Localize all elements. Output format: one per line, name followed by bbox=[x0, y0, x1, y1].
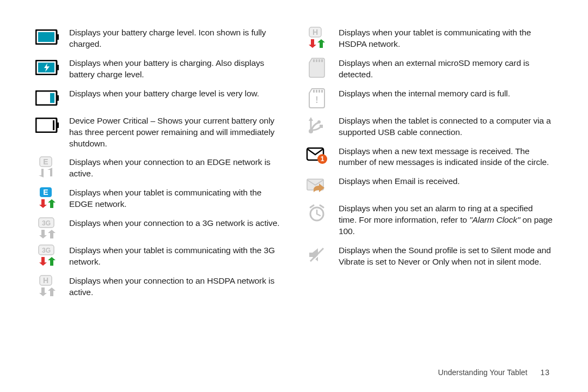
desc-text: Displays when your tablet is communicati… bbox=[69, 187, 283, 210]
svg-rect-24 bbox=[313, 59, 315, 62]
desc-text: Displays when the tablet is connected to… bbox=[339, 115, 553, 138]
row-hsdpa-active: H Displays when your tablet is communica… bbox=[305, 27, 553, 50]
row-hsdpa-idle: H Displays when your connection to an HS… bbox=[35, 275, 283, 298]
usb-icon bbox=[305, 115, 329, 135]
row-silent: Displays when the Sound profile is set t… bbox=[305, 245, 553, 268]
alarm-icon bbox=[305, 203, 329, 223]
row-3g-idle: 3G Displays when your connection to a 3G… bbox=[35, 218, 283, 237]
silent-icon bbox=[305, 245, 329, 265]
two-column-layout: Displays your battery charge level. Icon… bbox=[35, 27, 553, 306]
sms-icon: 1 bbox=[305, 146, 329, 166]
row-sms: 1 Displays when a new text message is re… bbox=[305, 146, 553, 169]
svg-rect-26 bbox=[318, 59, 320, 62]
svg-rect-25 bbox=[316, 59, 317, 62]
desc-text: Displays when Email is received. bbox=[339, 176, 553, 187]
svg-point-34 bbox=[317, 120, 321, 124]
desc-text: Displays when the internal memory card i… bbox=[339, 88, 553, 100]
svg-rect-8 bbox=[50, 93, 54, 103]
svg-rect-10 bbox=[57, 122, 59, 128]
svg-rect-30 bbox=[318, 90, 320, 93]
row-edge-active: E Displays when your tablet is communica… bbox=[35, 187, 283, 210]
svg-text:H: H bbox=[43, 276, 48, 285]
desc-text: Displays when a new text message is rece… bbox=[339, 146, 553, 169]
desc-text: Displays when your tablet is communicati… bbox=[339, 27, 553, 50]
right-column: H Displays when your tablet is communica… bbox=[305, 27, 553, 306]
desc-text: Displays when your tablet is communicati… bbox=[69, 245, 283, 268]
page-footer: Understanding Your Tablet 13 bbox=[438, 368, 550, 377]
footer-page-number: 13 bbox=[540, 368, 550, 377]
svg-text:3G: 3G bbox=[42, 247, 51, 254]
left-column: Displays your battery charge level. Icon… bbox=[35, 27, 283, 306]
row-battery-charging: Displays when your battery is charging. … bbox=[35, 58, 283, 81]
edge-idle-icon: E bbox=[35, 157, 59, 176]
hsdpa-idle-icon: H bbox=[35, 275, 59, 295]
battery-low-icon bbox=[35, 88, 59, 108]
svg-text:H: H bbox=[313, 28, 318, 36]
svg-text:1: 1 bbox=[321, 155, 324, 163]
edge-active-icon: E bbox=[35, 187, 59, 207]
row-usb: Displays when the tablet is connected to… bbox=[305, 115, 553, 138]
svg-text:!: ! bbox=[315, 95, 318, 105]
desc-text: Displays when the Sound profile is set t… bbox=[339, 245, 553, 268]
svg-rect-11 bbox=[53, 120, 54, 130]
svg-text:E: E bbox=[43, 188, 48, 197]
desc-text: Displays when you set an alarm to ring a… bbox=[339, 203, 553, 237]
battery-critical-icon bbox=[35, 115, 59, 135]
row-edge-idle: E Displays when your connection to an ED… bbox=[35, 157, 283, 180]
alarm-text-ref: "Alarm Clock" bbox=[469, 215, 522, 224]
row-3g-active: 3G Displays when your tablet is communic… bbox=[35, 245, 283, 268]
svg-rect-28 bbox=[313, 90, 315, 93]
row-alarm: Displays when you set an alarm to ring a… bbox=[305, 203, 553, 237]
svg-rect-4 bbox=[57, 65, 59, 70]
svg-rect-27 bbox=[321, 59, 323, 62]
battery-full-icon bbox=[35, 27, 59, 47]
svg-rect-31 bbox=[321, 90, 323, 93]
battery-charging-icon bbox=[35, 58, 59, 77]
svg-rect-1 bbox=[57, 34, 59, 40]
footer-section: Understanding Your Tablet bbox=[438, 368, 528, 377]
row-battery-low: Displays when your battery charge level … bbox=[35, 88, 283, 108]
email-icon bbox=[305, 176, 329, 195]
row-email: Displays when Email is received. bbox=[305, 176, 553, 195]
threeg-active-icon: 3G bbox=[35, 245, 59, 265]
svg-rect-35 bbox=[320, 125, 323, 128]
row-sd-detected: Displays when an external microSD memory… bbox=[305, 58, 553, 81]
svg-rect-29 bbox=[316, 90, 317, 93]
svg-rect-2 bbox=[38, 32, 54, 42]
desc-text: Displays when your connection to a 3G ne… bbox=[69, 218, 283, 229]
row-battery-full: Displays your battery charge level. Icon… bbox=[35, 27, 283, 50]
svg-text:3G: 3G bbox=[42, 219, 51, 227]
sd-full-icon: ! bbox=[305, 88, 329, 108]
desc-text: Displays when an external microSD memory… bbox=[339, 58, 553, 81]
hsdpa-active-icon: H bbox=[305, 27, 329, 47]
manual-page: Displays your battery charge level. Icon… bbox=[0, 0, 588, 392]
desc-text: Displays your battery charge level. Icon… bbox=[69, 27, 283, 50]
desc-text: Displays when your battery is charging. … bbox=[69, 58, 283, 81]
desc-text: Displays when your connection to an EDGE… bbox=[69, 157, 283, 180]
desc-text: Device Power Critical – Shows your curre… bbox=[69, 115, 283, 150]
threeg-idle-icon: 3G bbox=[35, 218, 59, 237]
svg-text:E: E bbox=[43, 157, 48, 166]
row-battery-critical: Device Power Critical – Shows your curre… bbox=[35, 115, 283, 150]
desc-text: Displays when your battery charge level … bbox=[69, 88, 283, 100]
row-sd-full: ! Displays when the internal memory card… bbox=[305, 88, 553, 108]
desc-text: Displays when your connection to an HSDP… bbox=[69, 275, 283, 298]
sd-detected-icon bbox=[305, 58, 329, 77]
svg-rect-7 bbox=[57, 95, 59, 101]
